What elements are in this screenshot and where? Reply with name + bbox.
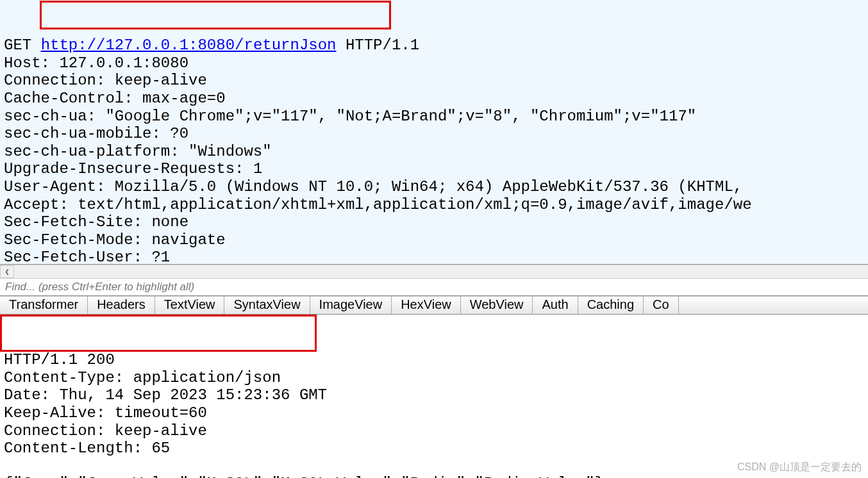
tab-webview[interactable]: WebView <box>461 297 533 314</box>
find-input[interactable] <box>0 279 868 295</box>
tab-imageview[interactable]: ImageView <box>310 297 392 314</box>
hdr-user-agent: User-Agent: Mozilla/5.0 (Windows NT 10.0… <box>4 178 742 195</box>
response-body: {"Java":"Java Value","MySQL":"MySQL Valu… <box>4 475 604 478</box>
scroll-left-icon[interactable]: ❮ <box>0 265 14 278</box>
request-raw-pane: GET http://127.0.0.1:8080/returnJson HTT… <box>0 0 868 265</box>
hdr-accept: Accept: text/html,application/xhtml+xml,… <box>4 196 752 213</box>
request-url-link[interactable]: http://127.0.0.1:8080/returnJson <box>41 37 337 54</box>
hdr-upgrade-insecure: Upgrade-Insecure-Requests: 1 <box>4 160 262 177</box>
tab-caching[interactable]: Caching <box>578 297 644 314</box>
tab-transformer[interactable]: Transformer <box>0 297 88 314</box>
hdr-sec-fetch-mode: Sec-Fetch-Mode: navigate <box>4 231 226 249</box>
find-bar <box>0 279 868 296</box>
hdr-connection: Connection: keep-alive <box>4 72 207 89</box>
tab-more[interactable]: Co <box>644 297 679 314</box>
hdr-host: Host: 127.0.0.1:8080 <box>4 54 188 72</box>
response-status: HTTP/1.1 200 <box>4 351 115 368</box>
tab-syntaxview[interactable]: SyntaxView <box>224 297 310 314</box>
tab-headers[interactable]: Headers <box>88 297 155 314</box>
tab-textview[interactable]: TextView <box>155 297 225 314</box>
tab-hexview[interactable]: HexView <box>392 297 461 314</box>
hdr-sec-ch-ua-platform: sec-ch-ua-platform: "Windows" <box>4 143 272 160</box>
hdr-sec-ch-ua-mobile: sec-ch-ua-mobile: ?0 <box>4 125 188 142</box>
hdr-sec-fetch-user: Sec-Fetch-User: ?1 <box>4 249 170 265</box>
hdr-sec-fetch-site: Sec-Fetch-Site: none <box>4 213 188 231</box>
resp-connection: Connection: keep-alive <box>4 422 207 440</box>
request-protocol: HTTP/1.1 <box>346 37 419 54</box>
response-tabs: Transformer Headers TextView SyntaxView … <box>0 296 868 315</box>
resp-keep-alive: Keep-Alive: timeout=60 <box>4 404 207 422</box>
response-raw-pane: HTTP/1.1 200 Content-Type: application/j… <box>0 315 868 478</box>
resp-date: Date: Thu, 14 Sep 2023 15:23:36 GMT <box>4 386 327 404</box>
horizontal-scrollbar[interactable]: ❮ <box>0 265 868 279</box>
highlight-url-box <box>40 1 391 29</box>
hdr-sec-ch-ua: sec-ch-ua: "Google Chrome";v="117", "Not… <box>4 108 696 125</box>
tab-auth[interactable]: Auth <box>533 297 578 314</box>
highlight-content-type-box <box>0 315 317 352</box>
resp-content-length: Content-Length: 65 <box>4 440 170 457</box>
hdr-cache-control: Cache-Control: max-age=0 <box>4 90 226 107</box>
resp-content-type: Content-Type: application/json <box>4 369 281 386</box>
request-method: GET <box>4 37 31 54</box>
